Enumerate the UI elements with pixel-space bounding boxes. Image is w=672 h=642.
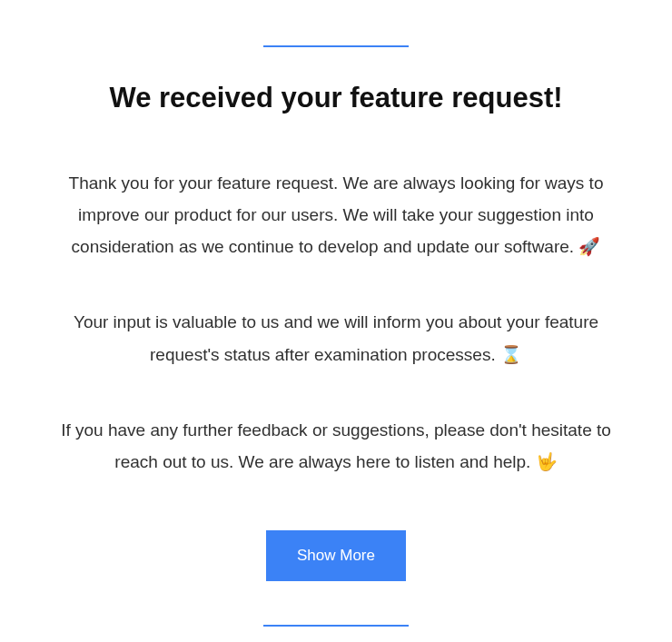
show-more-button[interactable]: Show More bbox=[266, 530, 406, 581]
paragraph-1: Thank you for your feature request. We a… bbox=[41, 167, 631, 262]
page-title: We received your feature request! bbox=[41, 82, 631, 114]
divider-top bbox=[263, 45, 409, 47]
content-wrapper: We received your feature request! Thank … bbox=[41, 45, 631, 627]
paragraph-2: Your input is valuable to us and we will… bbox=[41, 306, 631, 370]
button-container: Show More bbox=[41, 530, 631, 581]
divider-bottom bbox=[263, 625, 409, 627]
paragraph-3: If you have any further feedback or sugg… bbox=[41, 414, 631, 478]
